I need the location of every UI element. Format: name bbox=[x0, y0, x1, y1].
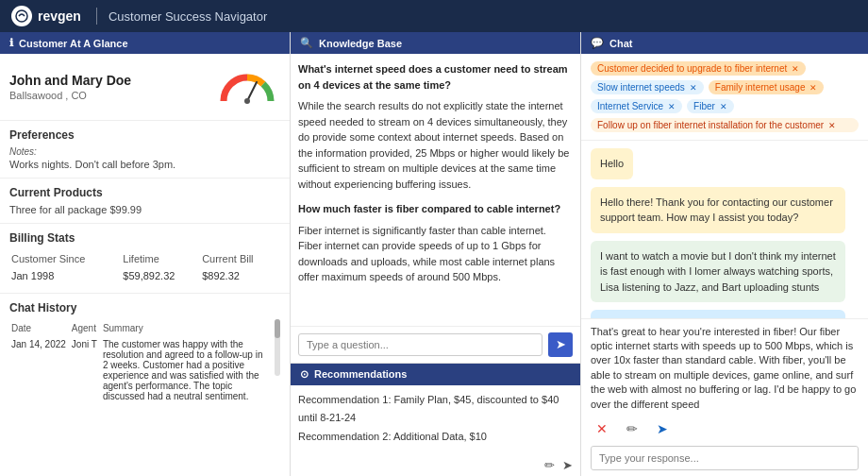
ch-summary: The customer was happy with the resoluti… bbox=[103, 337, 265, 403]
chat-history-row: Jan 14, 2022 Joni T The customer was hap… bbox=[11, 337, 265, 403]
recommendations-section: ⊙ Recommendations Recommendation 1: Fami… bbox=[291, 364, 580, 454]
section-header-label: Customer At A Glance bbox=[19, 38, 128, 49]
svg-point-2 bbox=[244, 98, 250, 104]
main-content: ℹ Customer At A Glance John and Mary Doe… bbox=[0, 32, 868, 476]
kb-section: 🔍 Knowledge Base What's internet speed d… bbox=[291, 32, 580, 364]
right-panel: 💬 Chat Customer decided to upgrade to fi… bbox=[581, 32, 868, 476]
chat-cancel-button[interactable]: ✕ bbox=[591, 417, 613, 440]
tag-fiber[interactable]: Fiber ✕ bbox=[687, 99, 734, 113]
kb-question-1: What's internet speed does a customer ne… bbox=[298, 61, 573, 93]
search-icon: 🔍 bbox=[300, 37, 313, 49]
tag-close-icon[interactable]: ✕ bbox=[810, 83, 817, 93]
tags-row: Customer decided to upgrade to fiber int… bbox=[581, 54, 868, 141]
billing-since: Jan 1998 bbox=[11, 268, 121, 283]
kb-question-2: How much faster is fiber compared to cab… bbox=[298, 201, 573, 217]
chat-bottom-status: That's great to hear you're interested i… bbox=[591, 325, 859, 412]
chat-history-table: Date Agent Summary Jan 14, 2022 Joni T T… bbox=[9, 319, 267, 405]
chat-bottom-actions: ✕ ✏ ➤ bbox=[591, 417, 859, 440]
chat-history-scrollbar[interactable] bbox=[275, 319, 280, 376]
chat-response-input[interactable] bbox=[592, 447, 858, 469]
customer-location: Ballsawood , CO bbox=[9, 90, 131, 101]
preferences-title: Preferences bbox=[9, 128, 280, 142]
rec-bottom-bar: ✏ ➤ bbox=[291, 454, 580, 476]
ch-header-summary: Summary bbox=[103, 321, 265, 335]
chat-edit-button[interactable]: ✏ bbox=[621, 417, 643, 440]
rec-item-1: Recommendation 1: Family Plan, $45, disc… bbox=[298, 391, 573, 429]
customer-details: John and Mary Doe Ballsawood , CO bbox=[9, 73, 131, 101]
products-section: Current Products Three for all package $… bbox=[0, 178, 290, 224]
tag-family-usage[interactable]: Family internet usage ✕ bbox=[709, 80, 825, 94]
billing-current: $892.32 bbox=[202, 268, 278, 283]
header: revgen Customer Success Navigator bbox=[0, 0, 868, 32]
tag-slow-speeds[interactable]: Slow internet speeds ✕ bbox=[591, 80, 704, 94]
svg-line-1 bbox=[247, 82, 257, 101]
rec-item-2: Recommendation 2: Additional Data, $10 bbox=[298, 428, 573, 447]
products-text: Three for all package $99.99 bbox=[9, 204, 280, 215]
middle-panel: 🔍 Knowledge Base What's internet speed d… bbox=[291, 32, 581, 476]
billing-section: Billing Stats Customer Since Lifetime Cu… bbox=[0, 224, 290, 294]
rec-header: ⊙ Recommendations bbox=[291, 364, 580, 385]
left-panel: ℹ Customer At A Glance John and Mary Doe… bbox=[0, 32, 291, 476]
billing-header-since: Customer Since bbox=[11, 251, 121, 266]
tag-close-icon[interactable]: ✕ bbox=[792, 64, 799, 74]
billing-header-bill: Current Bill bbox=[202, 251, 278, 266]
products-title: Current Products bbox=[9, 186, 280, 199]
rec-icon: ⊙ bbox=[300, 368, 309, 381]
chat-icon: 💬 bbox=[591, 37, 604, 49]
notes-label: Notes: bbox=[9, 146, 280, 157]
chat-history-section: Chat History Date Agent Summary Jan 14, … bbox=[0, 294, 290, 413]
billing-row: Jan 1998 $59,892.32 $892.32 bbox=[11, 268, 278, 283]
recommendations-content: Recommendation 1: Family Plan, $45, disc… bbox=[298, 385, 573, 447]
chat-messages: Hello Hello there! Thank you for contact… bbox=[581, 141, 868, 318]
tag-upgrade-fiber[interactable]: Customer decided to upgrade to fiber int… bbox=[591, 61, 806, 76]
kb-answer-1: While the search results do not explicit… bbox=[298, 98, 573, 192]
logo-icon bbox=[11, 6, 32, 26]
header-divider bbox=[96, 8, 97, 25]
customer-info: John and Mary Doe Ballsawood , CO bbox=[0, 54, 290, 121]
kb-search-input[interactable] bbox=[298, 333, 542, 356]
ch-agent: Joni T bbox=[72, 337, 101, 403]
satisfaction-gauge bbox=[214, 63, 280, 110]
logo-text: revgen bbox=[38, 8, 81, 24]
rec-send-button[interactable]: ➤ bbox=[562, 458, 573, 472]
billing-table: Customer Since Lifetime Current Bill Jan… bbox=[9, 249, 280, 285]
chat-message-greeting: Hello there! Thank you for contacting ou… bbox=[591, 187, 845, 233]
rec-edit-button[interactable]: ✏ bbox=[544, 458, 555, 472]
billing-header-lifetime: Lifetime bbox=[123, 251, 200, 266]
tag-close-icon[interactable]: ✕ bbox=[690, 83, 697, 93]
ch-date: Jan 14, 2022 bbox=[11, 337, 70, 403]
header-title: Customer Success Navigator bbox=[108, 9, 267, 24]
kb-input-row: ➤ bbox=[291, 326, 580, 363]
chat-header-label: Chat bbox=[609, 38, 632, 49]
tag-close-icon[interactable]: ✕ bbox=[668, 102, 676, 111]
notes-text: Works nights. Don't call before 3pm. bbox=[9, 159, 280, 170]
ch-header-date: Date bbox=[11, 321, 70, 335]
info-icon: ℹ bbox=[9, 37, 13, 49]
kb-header-label: Knowledge Base bbox=[319, 38, 402, 49]
tag-internet-service[interactable]: Internet Service ✕ bbox=[591, 99, 682, 113]
tag-close-icon[interactable]: ✕ bbox=[720, 102, 727, 111]
chat-bottom: That's great to hear you're interested i… bbox=[581, 318, 868, 476]
kb-send-button[interactable]: ➤ bbox=[548, 332, 573, 357]
logo: revgen bbox=[11, 6, 81, 26]
ch-header-agent: Agent bbox=[72, 321, 101, 335]
chat-input-row bbox=[591, 446, 859, 470]
rec-header-label: Recommendations bbox=[314, 368, 407, 380]
chat-header: 💬 Chat bbox=[581, 32, 868, 54]
chat-history-title: Chat History bbox=[9, 301, 280, 314]
tag-close-icon[interactable]: ✕ bbox=[828, 121, 836, 130]
kb-header: 🔍 Knowledge Base bbox=[291, 32, 580, 54]
kb-content: What's internet speed does a customer ne… bbox=[291, 54, 580, 326]
tag-followup-fiber[interactable]: Follow up on fiber internet installation… bbox=[591, 118, 859, 132]
chat-message-fiber-response: Thank you for sharing your concerns abou… bbox=[591, 310, 845, 318]
preferences-section: Preferences Notes: Works nights. Don't c… bbox=[0, 121, 290, 178]
chat-message-hello: Hello bbox=[591, 148, 633, 179]
customer-at-a-glance-header: ℹ Customer At A Glance bbox=[0, 32, 290, 54]
chat-message-customer-issue: I want to watch a movie but I don't thin… bbox=[591, 241, 845, 303]
customer-name: John and Mary Doe bbox=[9, 73, 131, 88]
chat-send-button[interactable]: ➤ bbox=[651, 417, 674, 440]
billing-title: Billing Stats bbox=[9, 231, 280, 245]
billing-lifetime: $59,892.32 bbox=[123, 268, 200, 283]
kb-answer-2: Fiber internet is significantly faster t… bbox=[298, 223, 573, 285]
chat-history-scroll-thumb bbox=[275, 319, 280, 338]
